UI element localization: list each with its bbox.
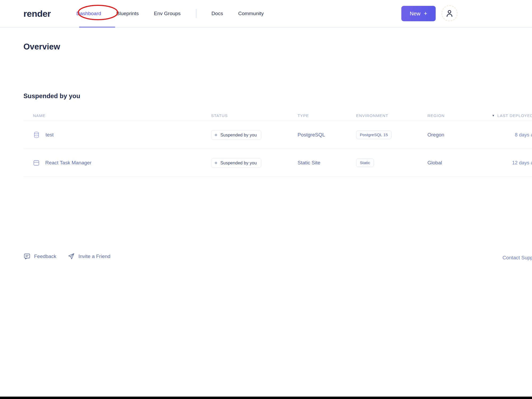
last-deploy-cell: 12 days ago (491, 160, 532, 166)
static-site-icon (33, 160, 40, 166)
new-button[interactable]: New + (401, 6, 436, 21)
name-cell: React Task Manager (23, 160, 211, 166)
primary-nav: Dashboard Blueprints Env Groups Docs Com… (76, 9, 264, 18)
column-header-type: TYPE (298, 113, 356, 118)
plus-icon: + (424, 11, 427, 16)
column-header-region: REGION (427, 113, 491, 118)
region-cell: Oregon (427, 132, 491, 138)
sort-descending-icon: ▼ (492, 114, 495, 117)
status-dot-icon (215, 134, 217, 136)
render-logo[interactable]: render (23, 9, 51, 19)
status-dot-icon (215, 162, 217, 164)
service-name-link[interactable]: React Task Manager (45, 160, 92, 166)
invite-label: Invite a Friend (78, 253, 110, 259)
page-title: Overview (23, 42, 60, 52)
nav-item-docs[interactable]: Docs (212, 11, 223, 16)
last-deploy-cell: 8 days ago (491, 132, 532, 138)
service-name-link[interactable]: test (46, 132, 54, 138)
feedback-link[interactable]: Feedback (23, 253, 56, 260)
contact-support-link[interactable]: Contact Support (502, 255, 532, 261)
services-table: NAME STATUS TYPE ENVIRONMENT REGION ▼ LA… (23, 109, 532, 177)
bottom-black-bar (0, 397, 532, 399)
column-header-environment: ENVIRONMENT (356, 113, 427, 118)
type-cell: Static Site (298, 160, 356, 166)
active-tab-underline (79, 27, 115, 28)
environment-badge: Static (356, 159, 374, 167)
status-text: Suspended by you (220, 132, 257, 138)
user-icon (445, 9, 454, 18)
account-menu-button[interactable] (442, 5, 457, 21)
last-deployed-label: LAST DEPLOYED (497, 113, 532, 118)
table-row[interactable]: test Suspended by you PostgreSQL Postgre… (23, 121, 532, 149)
column-header-last-deployed[interactable]: ▼ LAST DEPLOYED (491, 113, 532, 118)
column-header-name: NAME (23, 113, 211, 118)
table-header-row: NAME STATUS TYPE ENVIRONMENT REGION ▼ LA… (23, 109, 532, 121)
status-badge: Suspended by you (211, 158, 261, 168)
database-icon (33, 131, 40, 139)
column-header-status: STATUS (211, 113, 298, 118)
region-cell: Global (427, 160, 491, 166)
nav-divider (196, 9, 196, 18)
environment-badge: PostgreSQL 15 (356, 131, 391, 139)
type-cell: PostgreSQL (298, 132, 356, 138)
paper-plane-icon (68, 253, 75, 260)
feedback-label: Feedback (34, 253, 56, 259)
render-dashboard-page: render Dashboard Blueprints Env Groups D… (0, 0, 532, 399)
status-badge: Suspended by you (211, 130, 261, 140)
footer-links: Feedback Invite a Friend (23, 253, 110, 260)
feedback-bubble-icon (23, 253, 31, 260)
name-cell: test (23, 131, 211, 139)
table-row[interactable]: React Task Manager Suspended by you Stat… (23, 149, 532, 177)
invite-friend-link[interactable]: Invite a Friend (68, 253, 110, 260)
new-button-label: New (410, 11, 420, 17)
nav-item-blueprints[interactable]: Blueprints (116, 11, 139, 16)
status-text: Suspended by you (220, 160, 257, 165)
nav-item-env-groups[interactable]: Env Groups (154, 11, 180, 16)
nav-item-dashboard[interactable]: Dashboard (76, 11, 101, 16)
section-title: Suspended by you (23, 92, 80, 100)
nav-item-community[interactable]: Community (238, 11, 264, 16)
